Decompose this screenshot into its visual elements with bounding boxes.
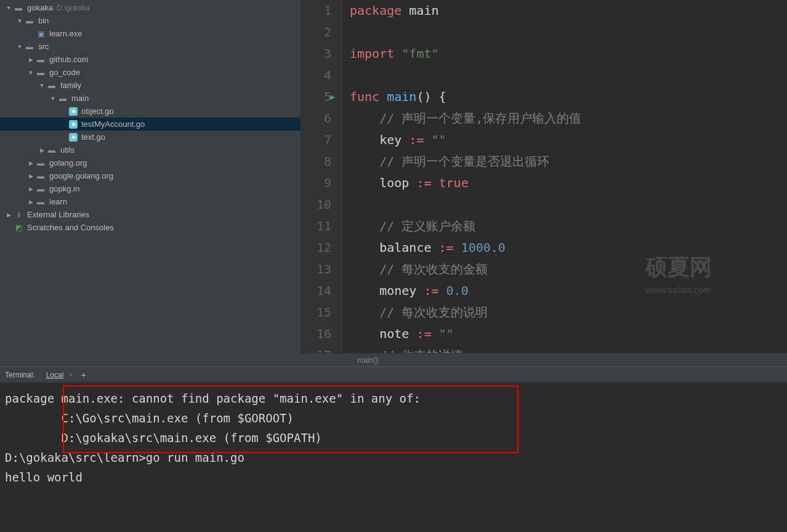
tree-item-learn[interactable]: ▬learn — [0, 195, 301, 208]
line-number[interactable]: 10 — [301, 194, 331, 216]
line-number[interactable]: 12 — [301, 237, 331, 259]
line-number[interactable]: 5▶ — [301, 86, 331, 108]
tree-item-label: Scratches and Consoles — [27, 223, 114, 232]
add-terminal-icon[interactable]: + — [81, 370, 86, 380]
code-line[interactable]: // 收支的详情 — [350, 345, 787, 353]
tree-item-src[interactable]: ▬src — [0, 40, 301, 53]
tree-item-google-golang-org[interactable]: ▬google.golang.org — [0, 169, 301, 182]
folder-icon: ▬ — [47, 81, 57, 91]
run-gutter-icon[interactable]: ▶ — [330, 86, 335, 108]
code-line[interactable] — [350, 22, 787, 43]
expand-arrow-icon[interactable] — [5, 212, 12, 218]
tree-item-go_code[interactable]: ▬go_code — [0, 66, 301, 79]
tree-item-label: src — [38, 42, 49, 51]
code-line[interactable]: func main() { — [350, 86, 787, 108]
terminal-line: C:\Go\src\main.exe (from $GOROOT) — [5, 408, 782, 428]
tree-item-main[interactable]: ▬main — [0, 92, 301, 105]
code-line[interactable]: balance := 1000.0 — [350, 237, 787, 259]
code-line[interactable]: money := 0.0 — [350, 280, 787, 302]
code-line[interactable] — [350, 65, 787, 86]
code-line[interactable]: loop := true — [350, 172, 787, 194]
tree-item-testMyAccount-go[interactable]: ◉testMyAccount.go — [0, 118, 301, 131]
expand-arrow-icon[interactable] — [16, 44, 23, 50]
tree-item-label: object.go — [81, 107, 114, 116]
expand-arrow-icon[interactable] — [27, 57, 34, 63]
tree-item-path: D:\gokaka — [57, 4, 90, 12]
breadcrumb[interactable]: main() — [301, 353, 787, 366]
expand-arrow-icon[interactable] — [38, 83, 46, 89]
tree-item-object-go[interactable]: ◉object.go — [0, 105, 301, 118]
line-number[interactable]: 16 — [301, 323, 331, 345]
folder-icon: ▬ — [36, 171, 46, 181]
folder-icon: ▬ — [36, 55, 46, 65]
code-line[interactable]: package main — [350, 0, 787, 22]
code-line[interactable]: // 声明一个变量是否退出循环 — [350, 151, 787, 172]
tree-item-External-Libraries[interactable]: ⦀External Libraries — [0, 208, 301, 221]
code-editor[interactable]: 12345▶67891011121314151617 package maini… — [301, 0, 787, 366]
line-number[interactable]: 1 — [301, 0, 331, 22]
tree-item-gokaka[interactable]: ▬gokakaD:\gokaka — [0, 1, 301, 14]
expand-arrow-icon[interactable] — [27, 70, 34, 76]
code-line[interactable]: // 声明一个变量,保存用户输入的值 — [350, 108, 787, 129]
expand-arrow-icon[interactable] — [27, 173, 34, 179]
code-line[interactable]: key := "" — [350, 129, 787, 151]
code-line[interactable]: import "fmt" — [350, 43, 787, 65]
breadcrumb-text: main() — [357, 356, 378, 365]
line-number[interactable]: 14 — [301, 280, 331, 302]
expand-arrow-icon[interactable] — [27, 186, 34, 192]
terminal-body[interactable]: package main.exe: cannot find package "m… — [0, 382, 787, 493]
code-line[interactable] — [350, 194, 787, 216]
tree-item-label: family — [60, 81, 81, 90]
tree-item-gopkg-in[interactable]: ▬gopkg.in — [0, 182, 301, 195]
code-line[interactable]: // 每次收支的说明 — [350, 302, 787, 323]
tree-item-label: gopkg.in — [49, 184, 79, 193]
code-line[interactable]: note := "" — [350, 323, 787, 345]
expand-arrow-icon[interactable] — [27, 160, 34, 166]
tree-item-label: gokaka — [27, 3, 53, 12]
tree-item-label: golang.org — [49, 158, 87, 167]
line-number[interactable]: 2 — [301, 22, 331, 43]
terminal-line: D:\gokaka\src\main.exe (from $GOPATH) — [5, 428, 782, 448]
tree-item-label: learn.exe — [49, 29, 82, 38]
terminal-line: hello world — [5, 467, 782, 487]
expand-arrow-icon[interactable] — [27, 199, 34, 205]
line-number[interactable]: 3 — [301, 43, 331, 65]
tree-item-bin[interactable]: ▬bin — [0, 14, 301, 27]
expand-arrow-icon[interactable] — [49, 95, 57, 102]
tree-item-utils[interactable]: ▬utils — [0, 143, 301, 156]
terminal-panel[interactable]: Terminal: Local × + package main.exe: ca… — [0, 366, 787, 532]
folder-icon: ▬ — [36, 68, 46, 78]
go-icon: ◉ — [69, 120, 78, 129]
tree-item-Scratches-and-Consoles[interactable]: ◩Scratches and Consoles — [0, 221, 301, 234]
tree-item-learn-exe[interactable]: ▣learn.exe — [0, 27, 301, 40]
tree-item-golang-org[interactable]: ▬golang.org — [0, 156, 301, 169]
project-tree[interactable]: ▬gokakaD:\gokaka▬bin▣learn.exe▬src▬githu… — [0, 0, 301, 366]
terminal-tab-local[interactable]: Local — [42, 369, 68, 381]
expand-arrow-icon[interactable] — [16, 18, 23, 24]
expand-arrow-icon[interactable] — [38, 147, 46, 153]
line-number[interactable]: 17 — [301, 345, 331, 353]
line-number[interactable]: 11 — [301, 216, 331, 237]
line-number[interactable]: 9 — [301, 172, 331, 194]
tree-item-label: bin — [38, 16, 49, 25]
folder-icon: ▬ — [36, 158, 46, 168]
tree-item-text-go[interactable]: ◉text.go — [0, 131, 301, 143]
folder-icon: ▬ — [36, 184, 46, 194]
tree-item-github-com[interactable]: ▬github.com — [0, 53, 301, 66]
gutter: 12345▶67891011121314151617 — [301, 0, 342, 353]
expand-arrow-icon[interactable] — [5, 5, 12, 11]
code-line[interactable]: // 每次收支的金额 — [350, 259, 787, 280]
go-icon: ◉ — [69, 107, 78, 116]
line-number[interactable]: 13 — [301, 259, 331, 280]
tree-item-family[interactable]: ▬family — [0, 79, 301, 92]
tree-item-label: main — [71, 94, 89, 103]
line-number[interactable]: 15 — [301, 302, 331, 323]
tree-item-label: learn — [49, 197, 67, 206]
line-number[interactable]: 6 — [301, 108, 331, 129]
line-number[interactable]: 8 — [301, 151, 331, 172]
code-line[interactable]: // 定义账户余额 — [350, 216, 787, 237]
line-number[interactable]: 4 — [301, 65, 331, 86]
close-icon[interactable]: × — [68, 371, 72, 379]
code-lines[interactable]: package mainimport "fmt"func main() { //… — [342, 0, 787, 353]
line-number[interactable]: 7 — [301, 129, 331, 151]
